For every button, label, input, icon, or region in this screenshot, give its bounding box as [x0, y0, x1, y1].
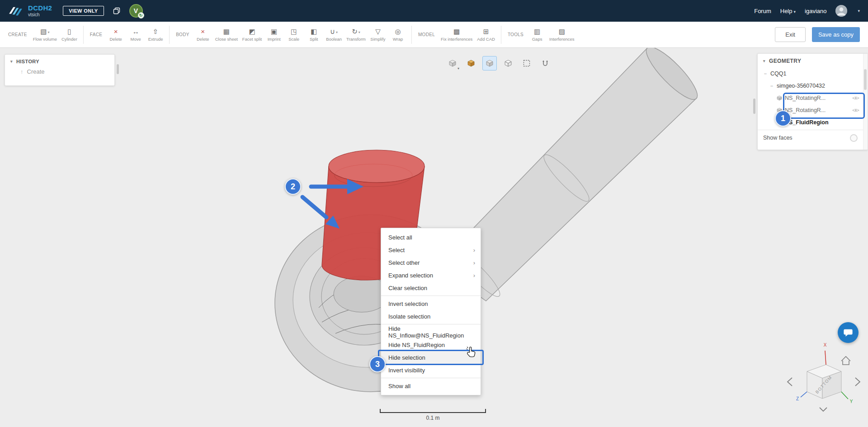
- user-menu-chevron-icon[interactable]: ▾: [858, 9, 860, 13]
- menu-item-hide-ns-fluidregion[interactable]: Hide NS_FluidRegion: [381, 338, 481, 351]
- visibility-eye-icon[interactable]: [852, 108, 859, 113]
- tool-split[interactable]: ◧ Split: [304, 28, 324, 42]
- project-avatar[interactable]: V ↻: [129, 4, 143, 18]
- tool-face-move[interactable]: ↔ Move: [126, 28, 146, 42]
- submenu-chevron-icon: ›: [473, 259, 475, 266]
- forum-link[interactable]: Forum: [754, 8, 771, 14]
- scale-label: 0.1 m: [380, 415, 486, 421]
- username-label[interactable]: igaviano: [805, 8, 826, 14]
- toolbar-group-body: BODY × Delete ▦ Close sheet ◩ Facet spli…: [173, 22, 408, 47]
- box-select-button[interactable]: [519, 56, 534, 70]
- tool-add-cad[interactable]: ⊞ Add CAD: [475, 28, 497, 42]
- chevron-down-icon: ▾: [794, 9, 796, 14]
- view-mode-button[interactable]: ▾: [445, 56, 460, 70]
- solid-color-view-button[interactable]: [464, 56, 478, 70]
- tool-wrap[interactable]: ◎ Wrap: [388, 28, 408, 42]
- toolbar-actions: Exit Save as copy: [775, 27, 863, 42]
- transform-icon: ↻: [352, 28, 358, 35]
- save-as-copy-button[interactable]: Save as copy: [812, 27, 860, 42]
- tool-face-extrude[interactable]: ⇧ Extrude: [146, 28, 165, 42]
- show-faces-toggle[interactable]: [850, 134, 858, 142]
- tool-close-sheet[interactable]: ▦ Close sheet: [213, 28, 240, 42]
- context-menu: Select all Select› Select other› Expand …: [381, 228, 481, 395]
- menu-item-hide-selection[interactable]: Hide selection: [381, 351, 481, 364]
- simplify-icon: ▽: [375, 28, 381, 35]
- menu-item-hide-ns-inflow[interactable]: Hide NS_Inflow@NS_FluidRegion: [381, 326, 481, 338]
- tool-scale[interactable]: ◳ Scale: [284, 28, 304, 42]
- tool-flow-volume[interactable]: ▧▾ Flow volume: [31, 28, 59, 42]
- group-label-model: MODEL: [418, 32, 435, 37]
- shaded-view-button[interactable]: [482, 56, 497, 70]
- menu-item-clear-selection[interactable]: Clear selection: [381, 282, 481, 294]
- menu-item-show-all[interactable]: Show all: [381, 380, 481, 392]
- group-label-body: BODY: [176, 32, 189, 37]
- delete-icon: ×: [114, 28, 118, 35]
- history-panel: ▾ HISTORY ↑ Create: [5, 54, 115, 86]
- tree-node-rotating-2[interactable]: NS_RotatingR...: [758, 104, 863, 116]
- axis-x-label: X: [824, 343, 827, 347]
- collapse-chevron-icon[interactable]: ▾: [10, 59, 13, 64]
- menu-item-select-all[interactable]: Select all: [381, 231, 481, 244]
- panel-scrollbar-thumb[interactable]: [864, 69, 867, 90]
- transparent-view-button[interactable]: [501, 56, 515, 70]
- menu-item-select[interactable]: Select›: [381, 244, 481, 256]
- menu-item-expand-selection[interactable]: Expand selection›: [381, 269, 481, 282]
- visibility-eye-icon[interactable]: [852, 96, 859, 100]
- top-header: DCDH2 vtsich VIEW ONLY V ↻ Forum Help▾ i…: [0, 0, 868, 22]
- panel-resize-handle[interactable]: [753, 99, 755, 114]
- submenu-chevron-icon: ›: [473, 272, 475, 279]
- extrude-icon: ⇧: [153, 28, 159, 35]
- collapse-icon[interactable]: −: [769, 83, 774, 89]
- help-menu[interactable]: Help▾: [780, 8, 796, 14]
- imprint-icon: ▣: [271, 28, 277, 35]
- menu-item-invert-visibility[interactable]: Invert visibility: [381, 364, 481, 376]
- menu-item-isolate-selection[interactable]: Isolate selection: [381, 310, 481, 323]
- tool-interferences[interactable]: ▨ Interferences: [547, 28, 576, 42]
- menu-item-invert-selection[interactable]: Invert selection: [381, 297, 481, 310]
- tool-face-delete[interactable]: × Delete: [106, 28, 126, 42]
- flow-volume-icon: ▧: [40, 28, 47, 35]
- add-cad-icon: ⊞: [483, 28, 489, 35]
- tool-transform[interactable]: ↻▾ Transform: [344, 28, 368, 42]
- tool-simplify[interactable]: ▽ Simplify: [368, 28, 388, 42]
- submenu-chevron-icon: ›: [473, 247, 475, 253]
- nav-cube[interactable]: BOTTOM: [807, 365, 841, 399]
- exit-button[interactable]: Exit: [775, 27, 806, 42]
- home-view-icon[interactable]: [841, 357, 850, 365]
- collapse-icon[interactable]: −: [763, 71, 768, 76]
- tool-imprint[interactable]: ▣ Imprint: [264, 28, 284, 42]
- tool-facet-split[interactable]: ◩ Facet split: [240, 28, 264, 42]
- menu-divider: [381, 324, 481, 324]
- toolbar-separator: [83, 26, 84, 44]
- tree-node-root[interactable]: − CQQ1: [758, 67, 863, 80]
- tool-gaps[interactable]: ▥ Gaps: [527, 28, 547, 42]
- tool-boolean[interactable]: ∪▾ Boolean: [324, 28, 344, 42]
- annotation-step-3: 3: [369, 356, 386, 372]
- tree-node-rotating-1[interactable]: NS_RotatingR...: [758, 92, 863, 104]
- menu-item-select-other[interactable]: Select other›: [381, 256, 481, 269]
- measure-button[interactable]: [538, 56, 552, 70]
- collapse-chevron-icon[interactable]: ▾: [763, 59, 765, 63]
- facet-split-icon: ◩: [249, 28, 255, 35]
- header-right-nav: Forum Help▾ igaviano ▾: [754, 5, 860, 17]
- toolbar-separator: [169, 26, 170, 44]
- tool-cylinder[interactable]: ▯ Cylinder: [59, 28, 80, 42]
- collapse-navcube-chevron-icon[interactable]: [820, 408, 827, 411]
- rotate-right-chevron-icon[interactable]: [855, 378, 860, 386]
- copy-icon[interactable]: [113, 7, 120, 14]
- solid-color-cube-icon: [467, 59, 475, 67]
- tree-node-fluidregion[interactable]: NS_FluidRegion: [758, 116, 863, 128]
- tool-fix-interferences[interactable]: ▩ Fix interferences: [439, 28, 475, 42]
- tree-node-simgeo[interactable]: − simgeo-356070432: [758, 80, 863, 92]
- history-item-create[interactable]: ↑ Create: [5, 66, 114, 77]
- project-title-block: DCDH2 vtsich: [28, 5, 52, 17]
- tool-body-delete[interactable]: × Delete: [193, 28, 213, 42]
- chevron-down-icon: ▾: [336, 30, 338, 35]
- axis-y-label: Y: [850, 399, 853, 404]
- history-scrollbar[interactable]: [117, 64, 119, 74]
- user-avatar[interactable]: [835, 5, 847, 17]
- app-logo-icon[interactable]: [8, 5, 24, 17]
- sync-badge-icon: ↻: [138, 12, 144, 19]
- cylinder-icon: ▯: [67, 28, 71, 35]
- rotate-left-chevron-icon[interactable]: [788, 378, 792, 386]
